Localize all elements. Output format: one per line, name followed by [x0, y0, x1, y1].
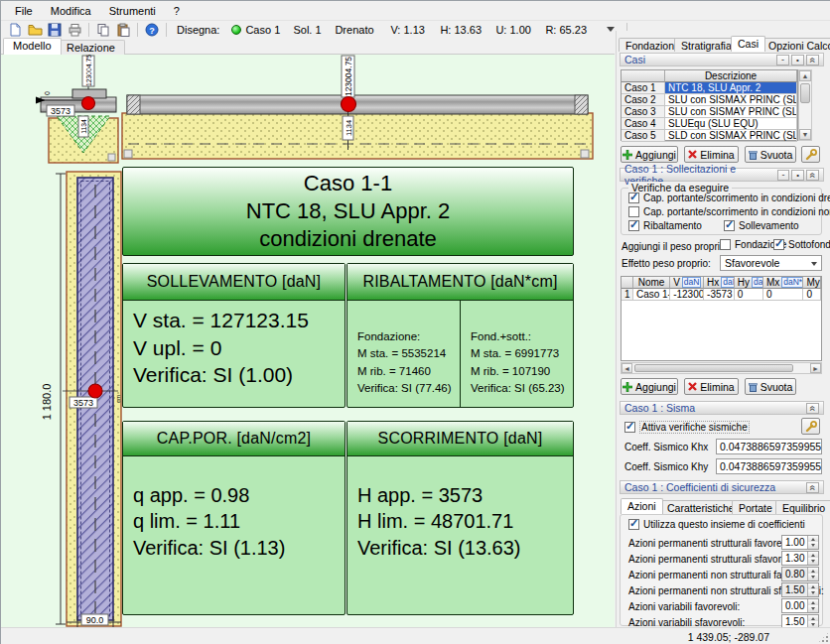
- cell-mx[interactable]: 0: [763, 289, 804, 301]
- tab-opzioni-calcolo[interactable]: Opzioni Calcolo: [761, 38, 830, 52]
- casi-table[interactable]: Descrizione Caso 1 NTC 18, SLU Appr. 2 C…: [621, 69, 798, 141]
- spinner-down-icon[interactable]: [807, 574, 818, 580]
- copy-icon[interactable]: [93, 22, 113, 38]
- section-pin-icon[interactable]: [791, 170, 804, 181]
- checkbox-checked-icon[interactable]: [624, 422, 635, 433]
- casi-row-desc[interactable]: SLU con SISMAX PRINC (SLU Appr...: [665, 94, 797, 106]
- checkbox-unchecked-icon[interactable]: [720, 239, 731, 250]
- save-icon[interactable]: [45, 22, 65, 38]
- toolbar-drenato[interactable]: Drenato: [335, 24, 390, 36]
- casi-elimina-button[interactable]: Elimina: [684, 146, 739, 163]
- toolbar-sol[interactable]: Sol. 1: [293, 24, 335, 36]
- casi-row-5[interactable]: Caso 5 SLD con SISMAX PRINC (SLD): [622, 130, 797, 142]
- section-collapse-icon[interactable]: [806, 55, 819, 65]
- tab-caratteristiche[interactable]: Caratteristiche: [660, 500, 742, 514]
- cell-hy[interactable]: 0: [735, 289, 763, 301]
- new-file-icon[interactable]: [5, 22, 25, 38]
- paste-icon[interactable]: [113, 22, 133, 38]
- drawing-canvas[interactable]: 123004.75 1134 123004.75 0 3573: [1, 55, 615, 627]
- toolbar-dropdown-arrow[interactable]: [607, 27, 615, 32]
- toolbar-caso[interactable]: Caso 1: [245, 24, 293, 36]
- tab-equilibrio[interactable]: Equilibrio: [775, 500, 830, 514]
- checkbox-checked-icon[interactable]: [724, 220, 735, 231]
- sisma-wrench-button[interactable]: [801, 418, 820, 435]
- casi-svuota-button[interactable]: Svuota: [745, 146, 796, 163]
- spinner-down-icon[interactable]: [807, 558, 818, 565]
- casi-row-2[interactable]: Caso 2 SLU con SISMAX PRINC (SLU Appr...: [622, 94, 797, 106]
- check-sollevamento[interactable]: Sollevamento: [724, 220, 799, 231]
- checkbox-checked-icon[interactable]: [773, 239, 784, 250]
- casi-row-3[interactable]: Caso 3 SLU con SISMAY PRINC (SLU Appr...: [622, 106, 797, 118]
- effetto-combobox[interactable]: Sfavorevole: [720, 255, 822, 271]
- scroll-up-icon[interactable]: ▲: [799, 70, 811, 81]
- cell-v[interactable]: -12300...: [670, 289, 704, 301]
- khx-input[interactable]: 0.0473886597359955: [716, 439, 822, 454]
- section-header-coefficienti[interactable]: Caso 1 : Coefficienti di sicurezza: [620, 480, 824, 494]
- help-icon[interactable]: ?: [142, 22, 162, 38]
- checkbox-checked-icon[interactable]: [628, 519, 639, 530]
- coeff-spinner-2[interactable]: 1.30: [781, 551, 819, 566]
- checkbox-checked-icon[interactable]: [628, 220, 639, 231]
- section-header-casi[interactable]: Casi: [620, 53, 824, 66]
- check-utilizza-coefficienti[interactable]: Utilizza questo insieme di coefficienti: [628, 519, 805, 530]
- check-drenate[interactable]: Cap. portante/scorrimento in condizioni …: [628, 193, 830, 203]
- casi-row-label[interactable]: Caso 5: [622, 130, 665, 142]
- casi-row-label[interactable]: Caso 2: [622, 94, 665, 106]
- scroll-right-icon[interactable]: ►: [810, 363, 821, 373]
- menu-strumenti[interactable]: Strumenti: [101, 3, 164, 19]
- coeff-spinner-4[interactable]: 1.50: [781, 582, 819, 597]
- section-pin-icon[interactable]: [791, 55, 804, 65]
- cell-my[interactable]: 0: [803, 289, 821, 301]
- casi-row-desc[interactable]: SLUEqu (SLU EQU): [665, 118, 797, 130]
- spinner-down-icon[interactable]: [807, 589, 818, 596]
- open-file-icon[interactable]: [25, 22, 45, 38]
- casi-row-desc[interactable]: SLU con SISMAY PRINC (SLU Appr...: [665, 106, 797, 118]
- casi-row-label[interactable]: Caso 3: [622, 106, 665, 118]
- tab-stratigrafia[interactable]: Stratigrafia: [674, 38, 739, 52]
- check-non-drenate[interactable]: Cap. portante/scorrimento in condizioni …: [628, 206, 830, 217]
- casi-row-desc[interactable]: NTC 18, SLU Appr. 2: [665, 82, 797, 94]
- tab-casi[interactable]: Casi: [731, 36, 765, 52]
- loads-table[interactable]: Nome VdaN HxdaN HydaN MxdaN*cm My 1 Caso…: [621, 276, 822, 361]
- menu-help[interactable]: ?: [166, 3, 188, 19]
- section-collapse-icon[interactable]: [806, 403, 819, 414]
- checkbox-checked-icon[interactable]: [628, 193, 639, 203]
- scroll-down-icon[interactable]: ▼: [799, 129, 811, 140]
- check-peso-sottofondo[interactable]: Sottofondo: [773, 239, 830, 250]
- tab-modello[interactable]: Modello: [3, 38, 62, 55]
- scroll-left-icon[interactable]: ◄: [622, 363, 632, 373]
- menu-file[interactable]: File: [7, 3, 41, 19]
- section-header-sisma[interactable]: Caso 1 : Sisma: [620, 401, 824, 415]
- check-ribaltamento[interactable]: Ribaltamento: [628, 220, 702, 231]
- coeff-spinner-3[interactable]: 0.80: [781, 567, 819, 581]
- section-collapse-icon[interactable]: [806, 170, 819, 181]
- tab-relazione[interactable]: Relazione: [57, 40, 125, 55]
- spinner-down-icon[interactable]: [807, 605, 818, 612]
- tab-azioni[interactable]: Azioni: [621, 498, 663, 514]
- scroll-thumb[interactable]: [800, 83, 810, 103]
- casi-aggiungi-button[interactable]: Aggiungi: [621, 146, 678, 163]
- section-collapse-icon[interactable]: [806, 482, 819, 493]
- casi-row-desc[interactable]: SLD con SISMAX PRINC (SLD): [665, 130, 797, 142]
- casi-row-1[interactable]: Caso 1 NTC 18, SLU Appr. 2: [622, 82, 797, 94]
- casi-row-label[interactable]: Caso 1: [622, 82, 665, 94]
- tab-portate[interactable]: Portate: [732, 500, 779, 514]
- casi-row-label[interactable]: Caso 4: [622, 118, 665, 130]
- cell-hx[interactable]: -3573: [704, 289, 735, 301]
- section-header-sollecitazioni[interactable]: Caso 1 : Sollecitazioni e verifiche: [620, 168, 824, 182]
- checkbox-unchecked-icon[interactable]: [628, 206, 639, 217]
- loads-svuota-button[interactable]: Svuota: [745, 378, 796, 395]
- loads-elimina-button[interactable]: Elimina: [684, 378, 739, 395]
- check-attiva-sismiche[interactable]: Attiva verifiche sismiche: [624, 421, 750, 434]
- section-minus-icon[interactable]: [776, 55, 789, 65]
- resize-grip[interactable]: [817, 631, 830, 644]
- casi-scrollbar[interactable]: ▲ ▼: [798, 69, 812, 141]
- spinner-down-icon[interactable]: [807, 542, 818, 549]
- section-minus-icon[interactable]: [777, 170, 790, 181]
- scroll-thumb[interactable]: [634, 364, 793, 372]
- casi-wrench-button[interactable]: [801, 146, 820, 163]
- loads-row-1[interactable]: 1 Caso 1-1... -12300... -3573 0 0 0: [622, 289, 821, 301]
- print-icon[interactable]: [65, 22, 84, 38]
- loads-aggiungi-button[interactable]: Aggiungi: [621, 378, 678, 395]
- loads-table-hscrollbar[interactable]: ◄ ►: [621, 362, 822, 374]
